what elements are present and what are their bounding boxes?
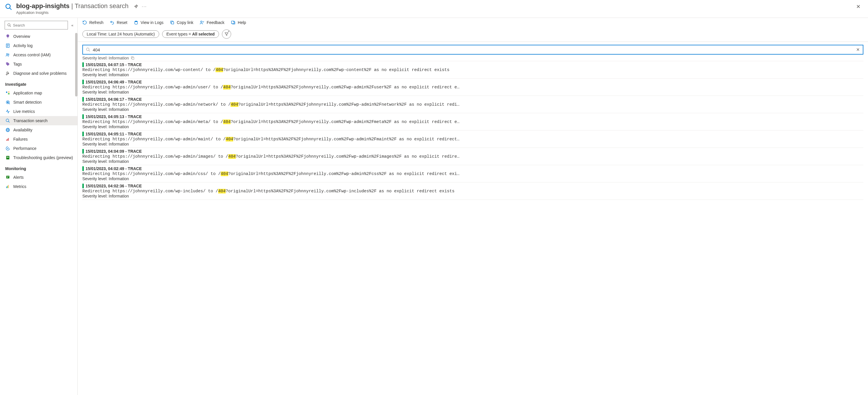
reset-button[interactable]: Reset — [110, 20, 127, 25]
svg-rect-23 — [7, 139, 8, 141]
copy-link-button[interactable]: Copy link — [170, 20, 194, 25]
copy-icon[interactable] — [131, 56, 135, 60]
sidebar-item-failures[interactable]: Failures — [0, 135, 78, 144]
severity-bar-icon — [82, 166, 84, 171]
sidebar-item-access-control-iam[interactable]: Access control (IAM) — [0, 50, 78, 60]
sidebar-item-performance[interactable]: Performance — [0, 144, 78, 153]
result-row[interactable]: 15/01/2023, 04:02:36 - TRACERedirecting … — [82, 183, 863, 200]
result-row[interactable]: 15/01/2023, 04:05:13 - TRACERedirecting … — [82, 113, 863, 131]
svg-point-2 — [8, 24, 10, 26]
more-button[interactable]: ··· — [142, 4, 147, 9]
sidebar-item-tags[interactable]: Tags — [0, 60, 78, 69]
result-row[interactable]: 15/01/2023, 04:02:49 - TRACERedirecting … — [82, 165, 863, 183]
view-in-logs-button[interactable]: View in Logs — [134, 20, 163, 25]
sidebar-section-investigate: Investigate — [0, 78, 78, 88]
result-header: 15/01/2023, 04:06:49 - TRACE — [82, 80, 863, 84]
scrollbar-thumb[interactable] — [75, 33, 78, 96]
svg-rect-32 — [6, 187, 7, 188]
severity-bar-icon — [82, 97, 84, 102]
main-search-box[interactable]: ✕ — [82, 45, 863, 55]
result-severity: Severity level: Information — [82, 176, 863, 181]
result-row[interactable]: 15/01/2023, 04:05:11 - TRACERedirecting … — [82, 131, 863, 148]
result-message: Redirecting https://johnnyreilly.com/wp-… — [82, 119, 863, 124]
result-message: Redirecting https://johnnyreilly.com/wp-… — [82, 84, 863, 90]
result-row[interactable]: 15/01/2023, 04:07:15 - TRACERedirecting … — [82, 61, 863, 78]
result-title: 15/01/2023, 04:07:15 - TRACE — [86, 62, 142, 67]
search-highlight: 404 — [223, 120, 230, 124]
search-highlight: 404 — [228, 154, 236, 159]
sidebar-item-diagnose-and-solve-problems[interactable]: Diagnose and solve problems — [0, 69, 78, 78]
sidebar-section-monitoring: Monitoring — [0, 162, 78, 173]
main-content: Refresh Reset View in Logs Copy link Fee… — [78, 18, 868, 395]
sidebar-item-label: Overview — [13, 34, 30, 39]
sidebar-item-label: Access control (IAM) — [13, 53, 51, 57]
search-highlight: 404 — [221, 171, 228, 176]
result-severity: Severity level: Information — [82, 193, 863, 198]
sidebar-item-troubleshooting-guides-preview[interactable]: Troubleshooting guides (preview) — [0, 153, 78, 162]
tag-icon — [5, 62, 10, 67]
people-icon — [5, 52, 10, 58]
result-message: Redirecting https://johnnyreilly.com/wp-… — [82, 67, 863, 72]
page-subtitle: Application Insights — [16, 10, 129, 15]
result-title: 15/01/2023, 04:02:36 - TRACE — [86, 184, 142, 188]
sidebar-item-transaction-search[interactable]: Transaction search — [0, 116, 78, 125]
sidebar-item-label: Metrics — [13, 184, 26, 189]
smart-icon — [5, 100, 10, 105]
svg-rect-30 — [7, 176, 9, 177]
sidebar-search-input[interactable] — [13, 23, 65, 27]
sidebar-item-live-metrics[interactable]: Live metrics — [0, 107, 78, 116]
svg-point-15 — [7, 102, 8, 103]
sidebar-item-smart-detection[interactable]: Smart detection — [0, 98, 78, 107]
collapse-sidebar-button[interactable]: « — [70, 23, 75, 27]
svg-point-25 — [7, 148, 8, 149]
sidebar-item-activity-log[interactable]: Activity log — [0, 41, 78, 50]
refresh-button[interactable]: Refresh — [82, 20, 103, 25]
search-icon — [86, 47, 90, 52]
result-row[interactable]: 15/01/2023, 04:06:17 - TRACERedirecting … — [82, 96, 863, 113]
svg-rect-29 — [6, 176, 9, 178]
sidebar-item-alerts[interactable]: Alerts — [0, 173, 78, 182]
search-highlight: 404 — [226, 137, 233, 141]
add-filter-button[interactable]: + — [222, 29, 231, 39]
sidebar-item-label: Troubleshooting guides (preview) — [13, 155, 73, 160]
search-highlight: 404 — [216, 68, 223, 72]
sidebar-item-label: Transaction search — [13, 119, 48, 123]
copy-icon — [170, 20, 175, 25]
perf-icon — [5, 146, 10, 151]
pin-button[interactable] — [134, 4, 138, 9]
result-header: 15/01/2023, 04:02:49 - TRACE — [82, 166, 863, 171]
page-title: blog-app-insights | Transaction search — [16, 2, 129, 10]
sidebar-item-overview[interactable]: Overview — [0, 32, 78, 41]
help-button[interactable]: Help — [231, 20, 246, 25]
sidebar-item-application-map[interactable]: Application map — [0, 88, 78, 98]
feedback-button[interactable]: Feedback — [200, 20, 224, 25]
time-range-filter[interactable]: Local Time: Last 24 hours (Automatic) — [82, 30, 159, 38]
result-row[interactable]: 15/01/2023, 04:06:49 - TRACERedirecting … — [82, 78, 863, 96]
sidebar-item-label: Performance — [13, 146, 36, 151]
event-types-filter[interactable]: Event types = All selected — [162, 30, 219, 38]
sidebar-item-label: Activity log — [13, 43, 33, 48]
main-search-input[interactable] — [93, 47, 854, 52]
results-list[interactable]: Severity level: Information 15/01/2023, … — [78, 55, 868, 395]
sidebar-item-label: Availability — [13, 128, 32, 132]
clear-search-button[interactable]: ✕ — [856, 47, 860, 52]
svg-rect-24 — [8, 138, 9, 141]
severity-bar-icon — [82, 80, 84, 84]
result-title: 15/01/2023, 04:04:09 - TRACE — [86, 149, 142, 154]
close-button[interactable]: ✕ — [853, 2, 863, 11]
sidebar-search[interactable] — [5, 21, 68, 29]
search-icon — [5, 118, 10, 123]
appmap-icon — [5, 90, 10, 96]
svg-point-35 — [135, 21, 137, 22]
svg-line-3 — [10, 26, 11, 27]
result-header: 15/01/2023, 04:07:15 - TRACE — [82, 62, 863, 67]
log-icon — [5, 43, 10, 48]
result-header: 15/01/2023, 04:05:13 - TRACE — [82, 114, 863, 119]
result-message: Redirecting https://johnnyreilly.com/wp-… — [82, 188, 863, 193]
logs-icon — [134, 20, 138, 25]
sidebar: « OverviewActivity logAccess control (IA… — [0, 18, 78, 395]
sidebar-item-availability[interactable]: Availability — [0, 125, 78, 135]
result-row[interactable]: 15/01/2023, 04:04:09 - TRACERedirecting … — [82, 148, 863, 165]
result-severity: Severity level: Information — [82, 141, 863, 146]
sidebar-item-metrics[interactable]: Metrics — [0, 182, 78, 191]
